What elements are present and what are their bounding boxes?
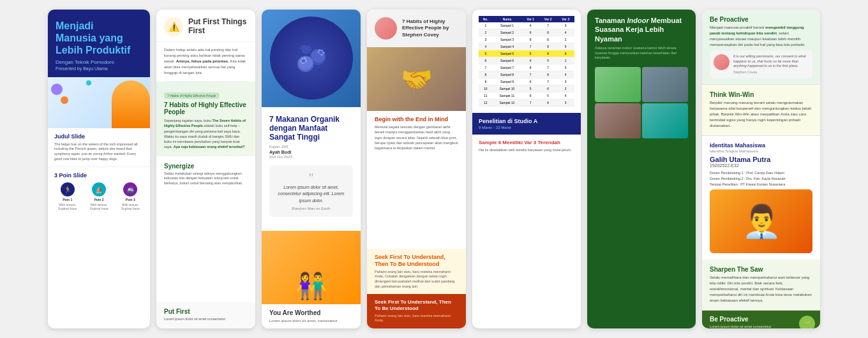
rp-identitas-photo: 👨‍💼	[710, 189, 812, 253]
stephen-covey-avatar	[714, 54, 730, 70]
rp-identitas-section: Identitas Mahasiswa Identitas Singkat Ma…	[702, 136, 820, 260]
card6-title: Tanaman Indoor Membuat Suasana Kerja Leb…	[595, 16, 688, 43]
rp-sharpen-section: Sharpen The Saw Selalu memelihara dan me…	[702, 260, 820, 311]
card6-photo-2	[642, 67, 688, 102]
rp-sharpen-title: Sharpen The Saw	[710, 266, 812, 273]
warning-icon: ⚠️	[164, 17, 183, 36]
poin3-label: Poin 3	[126, 198, 135, 202]
person-photo-illustration: 👨‍💼	[742, 205, 781, 237]
slide-card-habits-main: 7 Habits of Highly Effective People by S…	[367, 10, 466, 328]
card1-poin-section: 3 Poin Slide 🏃 Poin 1 With tenure, Supin…	[48, 167, 150, 216]
research-title: Penelitian di Studio A	[479, 118, 574, 124]
card4-header-text: 7 Habits of Highly Effective People by S…	[402, 18, 458, 38]
card2-bottom-text: Lorem ipsum dolor sit amet consectetur	[164, 317, 248, 322]
table-row: 4Sampel 4785	[479, 43, 574, 50]
card2-synergize-section: Synergize Selalu melakukan sinergi artin…	[156, 156, 255, 193]
card4-habit-section: Seek First To Understand, Then To Be Und…	[367, 249, 466, 294]
slide-card-tanaman: Tanaman Indoor Membuat Suasana Kerja Leb…	[587, 10, 696, 328]
poin2-desc: With tenure, Supinat have	[86, 203, 112, 210]
research-table: No. Nama Var 1 Var 2 Var 3 1Sampel 14732…	[479, 16, 574, 107]
table-row: 12Sampel 12763	[479, 99, 574, 107]
card2-top: ⚠️ Put First Things First	[156, 10, 255, 42]
rp-think-win-section: Think Win-Win Berpikir menang-menang ber…	[702, 85, 820, 136]
table-header-var1: Var 1	[521, 16, 539, 22]
card2-title: Put First Things First	[188, 17, 248, 36]
card2-bottom-title: Put First	[164, 308, 248, 315]
table-row: 9Sampel 9673	[479, 78, 574, 85]
table-row: 2Sampel 2684	[479, 29, 574, 36]
card3-footer-text: Lorem ipsum dolor sit amet, consectetur	[269, 318, 353, 323]
poin1-label: Poin 1	[63, 198, 72, 202]
table-header-var2: Var 2	[539, 16, 557, 22]
card4-habit-text: Pahami orang lain dulu, baru mereka mema…	[375, 270, 458, 290]
rp-be-proactive-bottom: 🌱 Be Proactive Lorem ipsum dolor sit ame…	[702, 311, 820, 328]
card1-section-text: The beige hue on the waters of the loch …	[54, 142, 144, 162]
rp-be-proactive-section: Be Proactive Menjadi manusia proaktif be…	[702, 10, 820, 85]
poin-item-3: 🚢 Poin 3 With tenure, Supinat have	[117, 182, 144, 210]
card4-hands-image: 🤝	[367, 47, 466, 111]
card6-photo-3	[595, 103, 641, 138]
card2-bottom-section: Put First Lorem ipsum dolor sit amet con…	[156, 302, 255, 328]
finding-text: Hal ini disebabkan oleh kondisi karyawan…	[479, 148, 574, 153]
card5-table-section: No. Nama Var 1 Var 2 Var 3 1Sampel 14732…	[472, 10, 581, 113]
card2-header: ⚠️ Put First Things First	[164, 17, 248, 36]
quote-mark-icon: "	[276, 172, 347, 184]
slide-card-research: No. Nama Var 1 Var 2 Var 3 1Sampel 14732…	[472, 10, 581, 328]
card3-date: 2nd Oct 2020	[269, 155, 353, 159]
rp-dosen2: Dosen Pembimbing 2 : Drs. Feb. Kayla Has…	[710, 176, 812, 182]
card5-finding-section: Sampie 6 Memiliki Var 3 Terendah Hal ini…	[472, 135, 581, 158]
right-panel: Be Proactive Menjadi manusia proaktif be…	[702, 10, 820, 328]
card4-avatar	[375, 17, 397, 40]
table-header-nama: Nama	[493, 16, 522, 22]
table-row: 1Sampel 1473	[479, 22, 574, 29]
card1-section-title: Judul Slide	[54, 133, 144, 140]
table-row: 6Sampel 6451	[479, 57, 574, 64]
rp-identitas-title: Identitas Mahasiswa	[710, 142, 812, 149]
card3-quote-text: Lorem ipsum dolor sit amet, consectetur …	[276, 184, 347, 205]
card3-title: 7 Makanan Organik dengan Manfaat Sangat …	[269, 115, 353, 142]
card3-quote-section: " Lorem ipsum dolor sit amet, consectetu…	[269, 165, 353, 217]
rp-quote-author-name: Stephen Covey	[733, 70, 809, 74]
table-row: 10Sampel 10562	[479, 85, 574, 92]
rp-be-proactive-title: Be Proactive	[710, 16, 812, 23]
card6-photo-1	[595, 67, 641, 102]
poin2-icon: ⛵	[92, 182, 106, 196]
card4-begin-section: Begin with the End in Mind Memulai segal…	[367, 111, 466, 249]
card2-habits-title: 7 Habits of Highly Effective People	[164, 101, 248, 115]
rp-identitas-sub: Identitas Singkat Mahasiswa	[710, 149, 812, 153]
poin2-label: Poin 2	[94, 198, 103, 202]
blueberry-illustration: 🫐	[270, 17, 353, 99]
rp-be-proactive-bottom-title: Be Proactive	[710, 316, 812, 323]
rp-quote-content: It is our willing permission, our consen…	[733, 54, 809, 74]
table-row: 5Sampel 5596	[479, 50, 574, 57]
rp-identitas-name: Galih Utama Putra	[710, 156, 812, 163]
table-row: 3Sampel 3862	[479, 36, 574, 43]
card1-poin-title: 3 Poin Slide	[54, 172, 144, 179]
card2-body: Dalam hidup selalu ada hal penting dan h…	[156, 42, 255, 81]
card4-seek-text: Pahami orang lain dulu, baru mereka mema…	[375, 314, 458, 323]
card4-header: 7 Habits of Highly Effective People by S…	[367, 10, 466, 47]
decoration-circle	[51, 84, 63, 95]
card6-photo-4	[642, 103, 688, 138]
card1-judul-section: Judul Slide The beige hue on the waters …	[48, 128, 150, 168]
card3-author: Ayah Budi	[269, 150, 353, 154]
card6-header: Tanaman Indoor Membuat Suasana Kerja Leb…	[587, 10, 696, 67]
rp-be-proactive-bottom-text: Lorem ipsum dolor sit amet consectetur	[710, 325, 812, 328]
card4-header-title: 7 Habits of Highly Effective People by S…	[402, 18, 458, 38]
rp-dosen1: Dosen Pembimbing 1 : Prof. Cecep Daru Ha…	[710, 170, 812, 176]
rp-identitas-nim: 19202522.E32	[710, 163, 812, 168]
synergize-title: Synergize	[164, 163, 248, 170]
card4-habit-title: Seek First To Understand, Then To Be Und…	[375, 254, 458, 268]
card3-content: 7 Makanan Organik dengan Manfaat Sangat …	[262, 107, 361, 231]
poin1-icon: 🏃	[61, 182, 75, 196]
poin1-desc: With tenure, Supinat have	[54, 203, 80, 210]
card2-habits-text: Sepanjang ingatan saya, buku The Seven H…	[164, 118, 248, 150]
card2-habits-section: 7 Habits of Highly Effective People 7 Ha…	[156, 82, 255, 156]
card4-seek-title: Seek First To Understand, Then To Be Und…	[375, 299, 458, 311]
rp-sharpen-text: Selalu memelihara dan memperbaharui aset…	[710, 275, 812, 304]
card3-quote-attribution: Random Man on Earth	[276, 207, 347, 210]
rp-tempat: Tempat Penelitian : PT Kreasi Konten Nus…	[710, 182, 812, 187]
table-row: 8Sampel 8764	[479, 71, 574, 78]
card1-header: Menjadi Manusia yang Lebih Produktif Den…	[48, 10, 150, 77]
card1-image	[48, 77, 150, 128]
